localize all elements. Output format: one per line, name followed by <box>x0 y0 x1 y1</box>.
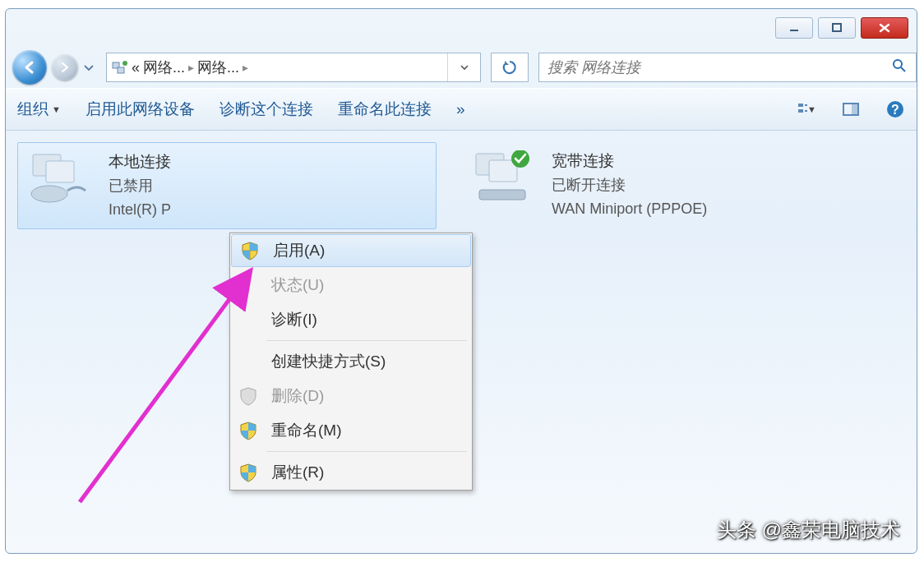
context-menu: 启用(A) 状态(U) 诊断(I) 创建快捷方式(S) 删除(D) 重命名(M) <box>229 233 473 491</box>
refresh-button[interactable] <box>491 53 529 82</box>
more-commands[interactable]: » <box>456 100 465 118</box>
help-button[interactable]: ? <box>885 99 905 119</box>
separator <box>266 340 467 341</box>
network-adapter-icon <box>468 149 542 206</box>
watermark: 头条 @鑫荣电脑技术 <box>717 517 900 543</box>
nav-bar: « 网络... ▸ 网络... ▸ <box>6 47 917 88</box>
address-dropdown[interactable] <box>447 53 480 81</box>
view-options-button[interactable]: ▼ <box>797 99 816 119</box>
chevron-down-icon: ▼ <box>52 104 61 114</box>
chevron-down-icon <box>460 62 469 72</box>
ctx-enable[interactable]: 启用(A) <box>231 234 471 267</box>
rename-button[interactable]: 重命名此连接 <box>338 99 432 120</box>
svg-rect-1 <box>833 24 841 31</box>
ctx-status: 状态(U) <box>230 268 472 302</box>
svg-rect-15 <box>46 161 74 182</box>
breadcrumb-arrow-icon: ▸ <box>188 61 194 74</box>
separator <box>266 451 467 452</box>
connection-title: 宽带连接 <box>552 149 707 173</box>
connection-title: 本地连接 <box>109 150 171 174</box>
svg-rect-0 <box>790 30 798 31</box>
back-button[interactable] <box>12 50 47 85</box>
svg-point-16 <box>31 186 67 202</box>
preview-pane-button[interactable] <box>841 99 861 119</box>
close-icon <box>878 22 891 34</box>
maximize-icon <box>831 22 843 34</box>
connection-device: WAN Miniport (PPPOE) <box>552 197 707 221</box>
ctx-properties[interactable]: 属性(R) <box>230 455 472 490</box>
titlebar <box>6 9 917 47</box>
explorer-window: « 网络... ▸ 网络... ▸ 组织 ▼ 启用此网络设备 诊断这个连接 <box>5 8 917 554</box>
search-icon[interactable] <box>891 58 908 78</box>
ctx-diagnose[interactable]: 诊断(I) <box>230 302 472 337</box>
arrow-right-icon <box>59 62 71 73</box>
connection-item-local[interactable]: 本地连接 已禁用 Intel(R) P <box>17 142 437 229</box>
connection-item-broadband[interactable]: 宽带连接 已断开连接 WAN Miniport (PPPOE) <box>461 142 880 228</box>
connection-device: Intel(R) P <box>109 198 171 222</box>
breadcrumb-seg2[interactable]: 网络... <box>197 58 239 77</box>
minimize-icon <box>788 22 800 34</box>
svg-line-21 <box>80 270 251 502</box>
svg-point-5 <box>894 60 902 68</box>
svg-rect-3 <box>118 67 124 73</box>
shield-icon <box>238 463 258 482</box>
search-input[interactable] <box>547 59 891 76</box>
svg-text:?: ? <box>891 103 899 117</box>
close-button[interactable] <box>861 17 908 39</box>
enable-device-button[interactable]: 启用此网络设备 <box>85 99 195 120</box>
breadcrumb-chevrons: « <box>132 59 140 76</box>
ctx-rename[interactable]: 重命名(M) <box>230 413 472 448</box>
minimize-button[interactable] <box>775 17 813 39</box>
forward-button[interactable] <box>52 54 78 81</box>
maximize-button[interactable] <box>818 17 856 39</box>
breadcrumb-arrow-icon: ▸ <box>243 61 248 74</box>
search-box[interactable] <box>538 53 917 82</box>
svg-rect-6 <box>798 104 803 107</box>
ctx-shortcut[interactable]: 创建快捷方式(S) <box>230 344 472 379</box>
shield-icon <box>240 241 260 260</box>
content-area: 本地连接 已禁用 Intel(R) P 宽带连接 已断开连接 WAN Minip… <box>6 131 917 241</box>
chevron-down-icon <box>83 64 95 72</box>
shield-icon <box>238 421 258 440</box>
svg-point-4 <box>122 61 127 66</box>
location-icon <box>107 58 132 76</box>
network-adapter-icon <box>25 150 99 207</box>
chevron-down-icon: ▼ <box>807 104 816 114</box>
diagnose-button[interactable]: 诊断这个连接 <box>219 99 313 120</box>
address-bar[interactable]: « 网络... ▸ 网络... ▸ <box>106 53 481 82</box>
connection-status: 已禁用 <box>109 174 171 198</box>
arrow-left-icon <box>21 59 38 76</box>
nav-history-dropdown[interactable] <box>83 61 98 74</box>
ctx-delete: 删除(D) <box>230 379 472 413</box>
command-bar: 组织 ▼ 启用此网络设备 诊断这个连接 重命名此连接 » ▼ ? <box>6 88 917 131</box>
refresh-icon <box>501 58 519 76</box>
shield-icon <box>238 386 258 406</box>
breadcrumb-seg1[interactable]: 网络... <box>143 58 185 77</box>
breadcrumb[interactable]: « 网络... ▸ 网络... ▸ <box>132 58 447 77</box>
svg-rect-11 <box>852 104 858 115</box>
connection-status: 已断开连接 <box>552 173 707 197</box>
svg-rect-19 <box>479 190 525 200</box>
organize-menu[interactable]: 组织 ▼ <box>17 99 61 120</box>
svg-rect-7 <box>798 109 803 113</box>
